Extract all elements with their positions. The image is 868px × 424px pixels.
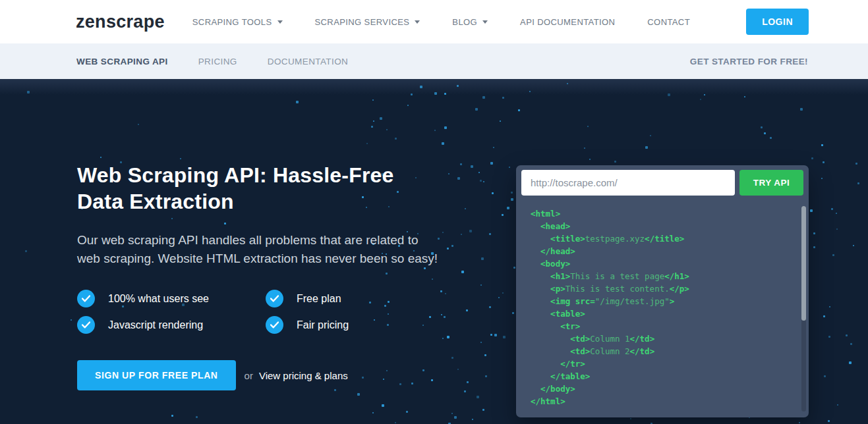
hero-description: Our web scraping API handles all problem… bbox=[77, 231, 486, 268]
subnav-item-pricing[interactable]: PRICING bbox=[198, 57, 237, 66]
feature-item: Javascript rendering bbox=[77, 316, 266, 334]
nav-item-api-documentation[interactable]: API DOCUMENTATION bbox=[520, 17, 615, 27]
subnav-item-documentation[interactable]: DOCUMENTATION bbox=[268, 57, 348, 66]
checkmark-icon bbox=[77, 290, 95, 307]
nav-item-scraping-services[interactable]: SCRAPING SERVICES bbox=[315, 17, 420, 27]
feature-label: Free plan bbox=[297, 293, 341, 305]
checkmark-icon bbox=[266, 290, 283, 307]
feature-label: Javascript rendering bbox=[108, 319, 203, 331]
nav-item-scraping-tools[interactable]: SCRAPING TOOLS bbox=[192, 17, 283, 27]
nav-item-blog[interactable]: BLOG bbox=[452, 17, 488, 27]
nav-item-contact[interactable]: CONTACT bbox=[647, 17, 690, 27]
chevron-down-icon bbox=[415, 20, 420, 24]
top-nav-menu: SCRAPING TOOLS SCRAPING SERVICES BLOG AP… bbox=[192, 17, 690, 27]
hero-content: Web Scraping API: Hassle-Free Data Extra… bbox=[77, 162, 486, 390]
try-api-button[interactable]: TRY API bbox=[739, 170, 803, 196]
feature-item: Fair pricing bbox=[266, 316, 486, 334]
get-started-link[interactable]: GET STARTED FOR FREE! bbox=[690, 57, 808, 66]
page-title-line2: Data Extraction bbox=[77, 188, 486, 215]
nav-item-label: SCRAPING TOOLS bbox=[192, 17, 272, 27]
or-text: or bbox=[245, 370, 253, 381]
chevron-down-icon bbox=[277, 20, 283, 24]
secondary-navbar: WEB SCRAPING API PRICING DOCUMENTATION G… bbox=[0, 43, 868, 79]
code-scrollbar-thumb[interactable] bbox=[801, 206, 806, 321]
demo-input-row: TRY API bbox=[521, 170, 803, 196]
feature-list: 100% what users see Free plan Javascript… bbox=[77, 290, 486, 334]
feature-label: 100% what users see bbox=[108, 293, 209, 305]
page-title: Web Scraping API: Hassle-Free Data Extra… bbox=[77, 162, 486, 215]
subnav-item-web-scraping-api[interactable]: WEB SCRAPING API bbox=[76, 57, 168, 66]
top-navbar: zenscrape SCRAPING TOOLS SCRAPING SERVIC… bbox=[0, 0, 868, 43]
hero-description-line2: web scraping. Website HTML extraction ha… bbox=[77, 250, 486, 268]
zenscrape-logo[interactable]: zenscrape bbox=[76, 12, 165, 32]
chevron-down-icon bbox=[482, 20, 488, 24]
feature-item: Free plan bbox=[266, 290, 486, 307]
nav-item-label: SCRAPING SERVICES bbox=[315, 17, 410, 27]
nav-item-label: BLOG bbox=[452, 17, 477, 27]
cta-row: SIGN UP FOR FREE PLAN or View pricing & … bbox=[77, 360, 486, 390]
api-demo-panel: TRY API <html> <head> <title>testpage.xy… bbox=[516, 165, 809, 417]
code-block[interactable]: <html> <head> <title>testpage.xyz</title… bbox=[531, 207, 797, 413]
login-button[interactable]: LOGIN bbox=[746, 9, 809, 35]
view-pricing-link[interactable]: View pricing & plans bbox=[259, 370, 348, 381]
feature-item: 100% what users see bbox=[77, 290, 266, 307]
nav-item-label: CONTACT bbox=[647, 17, 690, 27]
feature-label: Fair pricing bbox=[297, 319, 349, 331]
checkmark-icon bbox=[266, 316, 283, 334]
subnav-menu: WEB SCRAPING API PRICING DOCUMENTATION bbox=[76, 57, 348, 66]
page-title-line1: Web Scraping API: Hassle-Free bbox=[77, 162, 486, 188]
hero-description-line1: Our web scraping API handles all problem… bbox=[77, 231, 486, 250]
url-input[interactable] bbox=[521, 170, 735, 196]
nav-item-label: API DOCUMENTATION bbox=[520, 17, 615, 27]
checkmark-icon bbox=[77, 316, 95, 334]
hero-section: Web Scraping API: Hassle-Free Data Extra… bbox=[0, 79, 868, 424]
signup-free-plan-button[interactable]: SIGN UP FOR FREE PLAN bbox=[77, 360, 236, 390]
